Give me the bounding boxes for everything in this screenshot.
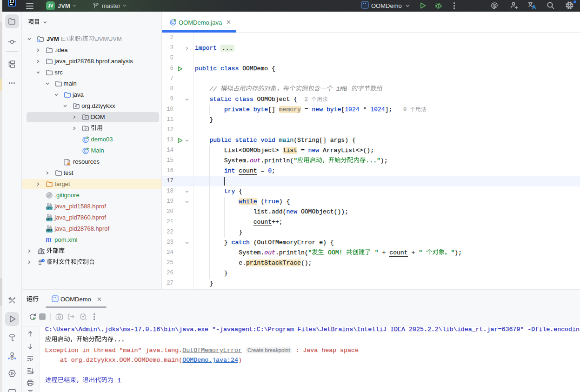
svg-text:A: A <box>532 4 537 11</box>
svg-text:HPR: HPR <box>46 206 53 210</box>
svg-text:HPR: HPR <box>46 229 53 232</box>
svg-text:HPR: HPR <box>46 218 53 221</box>
